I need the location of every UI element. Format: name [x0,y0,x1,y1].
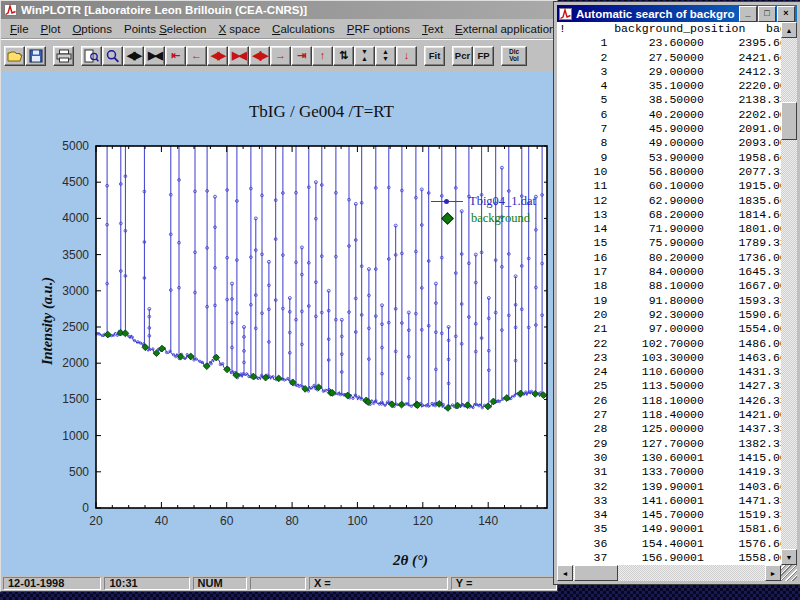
table-title-bar[interactable]: Automatic search of background poi... _ … [557,5,797,22]
scroll-down-icon[interactable]: ▼ [781,549,797,565]
svg-text:2500: 2500 [62,320,89,334]
table-row: 17 84.00000 1645.33337 [559,265,781,279]
table-row: 35 149.90001 1581.66675 [559,522,781,536]
pan-left-end-icon[interactable]: ⇤ [165,46,186,66]
pan-right-icon[interactable]: → [270,46,291,66]
table-row: 29 127.70000 1382.33337 [559,437,781,451]
menu-item-file[interactable]: File [4,21,35,37]
compress-y-icon[interactable]: ▼▲ [354,46,375,66]
winplotr-window: WinPLOTR [Laboratoire Leon Brillouin (CE… [0,0,558,592]
fp-button[interactable]: FP [473,46,494,66]
x-zoom-in-icon[interactable]: ▶◀ [228,46,249,66]
svg-text:3000: 3000 [62,284,89,298]
svg-text:80: 80 [285,514,299,528]
table-row: 11 60.10000 1915.00000 [559,179,781,193]
svg-text:40: 40 [155,514,169,528]
print-icon[interactable] [53,46,74,66]
expand-y-icon[interactable]: ▲▼ [375,46,396,66]
scroll-left-icon[interactable]: ◄ [557,565,573,581]
table-row: 37 156.90001 1558.00000 [559,551,781,565]
svg-text:4500: 4500 [62,175,89,189]
zoom-icon[interactable] [102,46,123,66]
legend-background-label: background [471,211,530,226]
table-row: 2 27.50000 2421.66675 [559,51,781,65]
y-down-icon[interactable]: ↓ [396,46,417,66]
dicvol-button[interactable]: DicVol [501,46,527,66]
maximize-button[interactable]: □ [758,6,776,22]
svg-text:60: 60 [220,514,234,528]
svg-text:0: 0 [82,501,89,515]
table-row: 7 45.90000 2091.00000 [559,122,781,136]
table-row: 4 35.10000 2220.00000 [559,79,781,93]
table-row: 32 139.90001 1403.66675 [559,480,781,494]
table-body: ! background_position bac 1 23.60000 239… [557,22,797,581]
y-up-icon[interactable]: ↑ [312,46,333,66]
table-row: 20 92.30000 1590.66675 [559,308,781,322]
menu-item-calculations[interactable]: Calculations [266,21,341,37]
legend-data-label: Tbig04_1.dat [469,194,536,209]
scroll-up-icon[interactable]: ▲ [781,22,797,38]
fit-button[interactable]: Fit [424,46,445,66]
table-row: 18 88.10000 1667.00000 [559,279,781,293]
table-window-title: Automatic search of background poi... [576,8,735,20]
dot-marker-icon [444,199,449,204]
svg-text:3500: 3500 [62,248,89,262]
resize-grip[interactable] [781,565,797,581]
table-row: 5 38.50000 2138.33350 [559,93,781,107]
menu-item-text[interactable]: Text [416,21,449,37]
main-title-bar[interactable]: WinPLOTR [Laboratoire Leon Brillouin (CE… [1,1,557,19]
x-axis-label: 2θ (°) [393,552,428,569]
vertical-scrollbar[interactable]: ▲ ▼ [781,22,797,565]
expand-x-icon[interactable]: ◀▶ [123,46,144,66]
svg-text:100: 100 [347,514,367,528]
y-axis-label: Intensity (a.u.) [39,277,56,365]
status-numlock: NUM [193,577,247,590]
menu-item-options[interactable]: Options [66,21,118,37]
save-icon[interactable] [25,46,46,66]
table-content[interactable]: ! background_position bac 1 23.60000 239… [557,22,781,565]
table-row: 15 75.90000 1789.33337 [559,236,781,250]
vertical-scroll-thumb[interactable] [781,102,797,140]
menu-item-external-applications[interactable]: External applications [449,21,567,37]
open-icon[interactable] [4,46,25,66]
svg-text:1000: 1000 [62,429,89,443]
close-button[interactable]: × [777,6,795,22]
toolbar: ◀▶▶◀⇤←◀▶▶◀◀|▶→⇥↑⇅▼▲▲▼↓FitPcrFPDicVol [1,39,557,71]
table-row: 9 53.90000 1958.66675 [559,151,781,165]
pan-left-icon[interactable]: ← [186,46,207,66]
status-date: 12-01-1998 [3,577,101,590]
svg-text:120: 120 [413,514,433,528]
menu-item-plot[interactable]: Plot [35,21,67,37]
svg-text:2000: 2000 [62,356,89,370]
winplotr-icon [4,4,17,16]
table-row: 8 49.00000 2093.00000 [559,136,781,150]
diffraction-plot[interactable]: 2040608010012014005001000150020002500300… [1,71,557,575]
table-row: 3 29.00000 2412.33350 [559,65,781,79]
table-row: 13 68.20000 1814.66675 [559,208,781,222]
scroll-right-icon[interactable]: ► [765,565,781,581]
table-row: 1 23.60000 2395.66675 [559,36,781,50]
pan-right-end-icon[interactable]: ⇥ [291,46,312,66]
minimize-button[interactable]: _ [739,6,757,22]
status-bar: 12-01-1998 10:31 NUM X = Y = [1,575,557,591]
table-header: ! background_position bac [559,22,781,36]
horizontal-scrollbar[interactable]: ◄ ► [557,565,781,581]
menu-item-prf-options[interactable]: PRF options [341,21,416,37]
svg-text:4000: 4000 [62,211,89,225]
table-row: 25 113.50000 1427.33337 [559,379,781,393]
pcr-button[interactable]: Pcr [452,46,473,66]
table-row: 36 154.40001 1576.66675 [559,537,781,551]
x-zoom-out-icon[interactable]: ◀▶ [207,46,228,66]
x-center-icon[interactable]: ◀|▶ [249,46,270,66]
preview-icon[interactable] [81,46,102,66]
menu-item-x-space[interactable]: X space [213,21,267,37]
table-row: 24 110.60000 1431.33337 [559,365,781,379]
table-row: 14 71.90000 1801.00000 [559,222,781,236]
y-updown-icon[interactable]: ⇅ [333,46,354,66]
horizontal-scroll-thumb[interactable] [574,565,618,581]
compress-x-icon[interactable]: ▶◀ [144,46,165,66]
svg-text:500: 500 [69,465,89,479]
status-empty [250,577,306,590]
menu-item-points-selection[interactable]: Points Selection [118,21,212,37]
winplotr-icon [559,8,572,20]
